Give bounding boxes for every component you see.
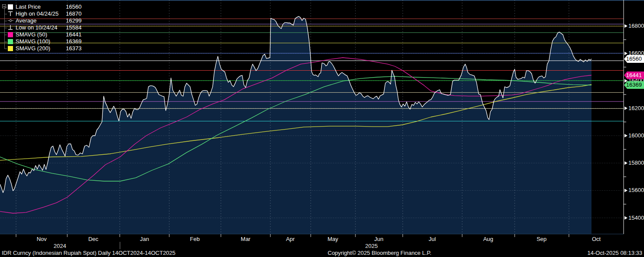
y-tick-arrow xyxy=(624,134,628,137)
x-axis-month-label: Jul xyxy=(417,236,447,242)
x-axis-month-label: Dec xyxy=(78,236,108,242)
x-axis-month-label: Aug xyxy=(473,236,503,242)
status-bar: IDR Curncy (Indonesian Rupiah Spot) Dail… xyxy=(0,249,644,257)
legend-label: Last Price xyxy=(16,3,41,10)
average-marker xyxy=(8,18,13,23)
y-axis-label: 15800 xyxy=(628,159,644,166)
y-axis-label: 15400 xyxy=(628,215,644,221)
y-axis-label: 16800 xyxy=(628,23,644,29)
year-separator xyxy=(120,242,120,249)
legend-tree-stub xyxy=(4,35,7,35)
chart-title: IDR Curncy (Indonesian Rupiah Spot) Dail… xyxy=(2,250,175,256)
legend-value: 16870 xyxy=(62,10,82,17)
legend-collapse-icon[interactable] xyxy=(2,4,6,8)
legend-value: 16369 xyxy=(62,38,82,45)
x-axis-month-label: Oct xyxy=(581,236,611,242)
x-axis-year-label: 2025 xyxy=(356,243,387,249)
smavg50-tag: 16441 xyxy=(624,72,644,79)
legend-tree-stub xyxy=(4,14,7,14)
timestamp: 14-Oct-2025 08:13:33 xyxy=(588,250,642,256)
x-axis-year-label: 2024 xyxy=(45,243,75,249)
legend-label: SMAVG (50) xyxy=(16,31,47,38)
legend-tree-stub xyxy=(4,21,7,21)
x-axis-month-label: Jan xyxy=(129,236,160,242)
y-tick-arrow xyxy=(624,161,628,165)
high-marker xyxy=(8,11,13,16)
legend-value: 15584 xyxy=(62,24,82,31)
x-axis-month-label: Jun xyxy=(364,236,394,242)
y-tick-arrow xyxy=(624,52,628,55)
legend-tree-stub xyxy=(4,28,7,28)
legend-tree-stub xyxy=(4,42,7,42)
copyright-text: Copyright© 2025 Bloomberg Finance L.P. xyxy=(328,250,431,256)
x-axis-month-label: May xyxy=(318,236,348,242)
low-marker xyxy=(8,25,13,30)
legend-label: High on 04/24/25 xyxy=(16,10,59,17)
y-axis-label: 16200 xyxy=(628,105,644,112)
y-tick-arrow xyxy=(624,189,628,192)
bloomberg-chart-screen: Last Price16560High on 04/24/2516870Aver… xyxy=(0,0,644,257)
smavg100-tag: 16369 xyxy=(624,81,644,89)
y-axis-label: 16000 xyxy=(628,132,644,139)
price-area-fill xyxy=(0,16,591,234)
y-tick-arrow xyxy=(624,24,628,28)
y-tick-arrow xyxy=(624,216,628,220)
legend-value: 16373 xyxy=(62,45,82,52)
legend-label: Average xyxy=(16,17,36,24)
last-price-tag: 16560 xyxy=(624,55,644,63)
legend-label: SMAVG (200) xyxy=(16,45,50,52)
legend-tree-stub xyxy=(4,49,7,49)
x-axis-month-label: Mar xyxy=(230,236,261,242)
legend-value: 16560 xyxy=(62,3,82,10)
y-tick-arrow xyxy=(624,107,628,110)
legend-label: Low on 10/24/24 xyxy=(16,24,57,31)
x-axis-month-label: Feb xyxy=(180,236,210,242)
smavg100-swatch xyxy=(8,39,13,44)
legend-value: 16299 xyxy=(62,17,82,24)
legend-value: 16441 xyxy=(62,31,82,38)
x-axis-month-label: Sep xyxy=(526,236,557,242)
legend-label: SMAVG (100) xyxy=(16,38,50,45)
x-axis-month-label: Nov xyxy=(26,236,57,242)
last-price-swatch xyxy=(8,4,13,10)
smavg200-swatch xyxy=(8,46,13,51)
legend-tree-stub xyxy=(4,7,7,7)
smavg50-swatch xyxy=(8,32,13,37)
price-chart-plot[interactable] xyxy=(0,0,644,257)
y-axis-label: 15600 xyxy=(628,187,644,194)
x-axis-month-label: Apr xyxy=(275,236,306,242)
